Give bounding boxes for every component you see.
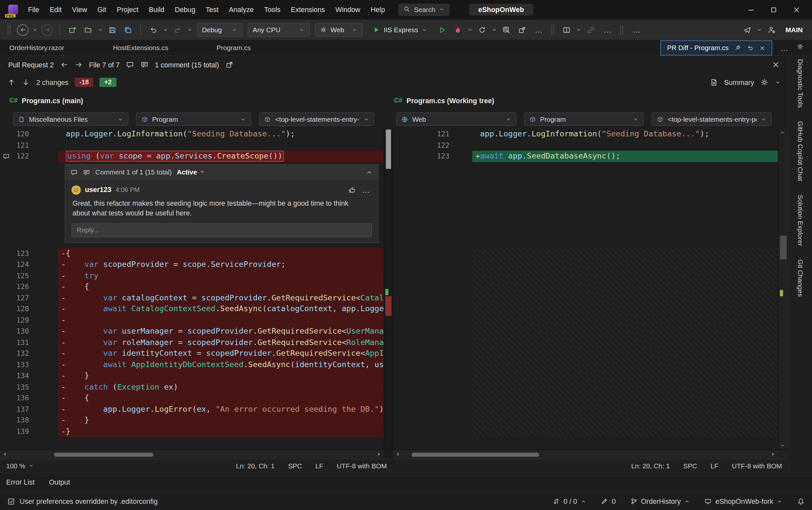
- next-comment-button[interactable]: [140, 60, 148, 69]
- menu-build[interactable]: Build: [144, 0, 170, 19]
- right-vertical-scrollbar[interactable]: [778, 129, 788, 450]
- indent-mode[interactable]: SPC: [288, 462, 302, 470]
- code-line[interactable]: 132- var identityContext = scopedProvide…: [0, 348, 384, 359]
- solution-platforms-dropdown[interactable]: Any CPU: [248, 23, 310, 36]
- scrollbar-thumb[interactable]: [54, 453, 153, 457]
- scroll-right-arrow-icon[interactable]: [770, 450, 777, 458]
- previous-change-button[interactable]: [7, 78, 15, 86]
- diff-pane-original[interactable]: 120app.Logger.LogInformation("Seeding Da…: [0, 129, 384, 450]
- current-repository-button[interactable]: eShopOnWeb-fork: [705, 497, 783, 505]
- scroll-down-arrow-icon[interactable]: [779, 442, 786, 449]
- diff-settings-gear-icon[interactable]: [760, 78, 768, 86]
- scrollbar-thumb[interactable]: [780, 236, 787, 259]
- code-line[interactable]: 138- }: [0, 415, 384, 426]
- code-text[interactable]: - await AppIdentityDbContextSeed.SeedAsy…: [58, 359, 384, 370]
- code-line[interactable]: 127- var catalogContext = scopedProvider…: [0, 292, 384, 303]
- code-text[interactable]: [58, 140, 384, 151]
- code-text[interactable]: -}: [58, 426, 384, 437]
- code-line[interactable]: 121app.Logger.LogInformation("Seeding Da…: [393, 129, 778, 140]
- code-line[interactable]: 122: [393, 140, 778, 151]
- code-line[interactable]: 121: [0, 140, 384, 151]
- close-tab-icon[interactable]: [759, 45, 765, 51]
- eol-mode[interactable]: LF: [315, 462, 323, 470]
- navigate-backward-button[interactable]: [17, 24, 29, 35]
- restart-application-button[interactable]: [476, 23, 489, 36]
- nav-dropdown-top-level-statements-entry-point[interactable]: <top-level-statements-entry-point>: [259, 112, 374, 125]
- code-line[interactable]: 131- var roleManager = scopedProvider.Ge…: [0, 337, 384, 348]
- save-all-button[interactable]: [121, 23, 135, 36]
- account-settings-button[interactable]: [765, 23, 778, 36]
- split-editor-menu[interactable]: [576, 27, 583, 33]
- pending-changes-button[interactable]: 0: [601, 497, 616, 505]
- tab-hostextensions-cs[interactable]: HostExtensions.cs: [104, 40, 207, 56]
- menu-tools[interactable]: Tools: [259, 0, 286, 19]
- close-button[interactable]: [785, 0, 808, 19]
- pin-tab-icon[interactable]: [734, 45, 741, 51]
- undo-button[interactable]: [146, 23, 160, 36]
- diff-options-chevron-icon[interactable]: [775, 79, 781, 85]
- code-text[interactable]: - var roleManager = scopedProvider.GetRe…: [58, 337, 384, 348]
- editor-settings-gear-icon[interactable]: [796, 43, 804, 52]
- rail-solution-explorer[interactable]: Solution Explorer: [796, 195, 804, 246]
- comment-more-button[interactable]: …: [360, 186, 372, 194]
- menu-project[interactable]: Project: [112, 0, 144, 19]
- caret-position[interactable]: Ln: 20, Ch: 1: [236, 462, 274, 470]
- code-text[interactable]: using (var scope = app.Services.CreateSc…: [58, 151, 384, 162]
- rail-github-copilot-chat[interactable]: GitHub Copilot Chat: [796, 121, 804, 181]
- scrollbar-thumb[interactable]: [386, 130, 391, 169]
- close-pr-diff-button[interactable]: [772, 60, 780, 69]
- code-text[interactable]: - {: [58, 393, 384, 403]
- start-without-debugging-button[interactable]: [436, 23, 449, 36]
- code-line[interactable]: 128- await CatalogContextSeed.SeedAsync(…: [0, 303, 384, 314]
- rail-git-changes[interactable]: Git Changes: [796, 259, 804, 297]
- add-new-project-button[interactable]: [66, 23, 79, 36]
- open-file-button[interactable]: [225, 60, 233, 69]
- left-vertical-scrollbar[interactable]: [384, 129, 393, 450]
- next-change-button[interactable]: [22, 78, 30, 86]
- live-share-button[interactable]: [584, 23, 598, 36]
- code-text[interactable]: -: [58, 315, 384, 326]
- code-line[interactable]: 123-{: [0, 248, 384, 259]
- code-line[interactable]: 124- var scopedProvider = scope.ServiceP…: [0, 259, 384, 270]
- code-text[interactable]: - await CatalogContextSeed.SeedAsync(cat…: [58, 303, 384, 314]
- comment-anchor-icon[interactable]: [0, 153, 12, 160]
- menu-debug[interactable]: Debug: [170, 0, 201, 19]
- undo-menu[interactable]: [162, 27, 169, 33]
- menu-extensions[interactable]: Extensions: [286, 0, 330, 19]
- encoding[interactable]: UTF-8 with BOM: [337, 462, 387, 470]
- code-line[interactable]: 139-}: [0, 426, 384, 437]
- code-text[interactable]: - catch (Exception ex): [58, 381, 384, 393]
- code-line[interactable]: 137- app.Logger.LogError(ex, "An error o…: [0, 403, 384, 415]
- code-text[interactable]: -{: [58, 248, 384, 259]
- open-folder-button[interactable]: [81, 23, 95, 36]
- send-feedback-button[interactable]: [741, 23, 754, 36]
- tab-orderhistory-razor[interactable]: OrderHistory.razor: [0, 40, 104, 56]
- summary-button[interactable]: Summary: [724, 79, 754, 86]
- scroll-up-arrow-icon[interactable]: [779, 130, 786, 136]
- menu-edit[interactable]: Edit: [44, 0, 67, 19]
- code-text[interactable]: - }: [58, 415, 384, 426]
- menu-help[interactable]: Help: [366, 0, 390, 19]
- code-line[interactable]: 125- try: [0, 270, 384, 281]
- scroll-left-arrow-icon[interactable]: [394, 450, 401, 458]
- maximize-button[interactable]: [762, 0, 785, 19]
- code-line[interactable]: 120app.Logger.LogInformation("Seeding Da…: [0, 129, 384, 140]
- code-text[interactable]: - var catalogContext = scopedProvider.Ge…: [58, 292, 384, 303]
- tab-program-cs[interactable]: Program.cs: [207, 40, 311, 56]
- feedback-menu[interactable]: [756, 27, 763, 33]
- encoding[interactable]: UTF-8 with BOM: [732, 462, 782, 470]
- code-text[interactable]: app.Logger.LogInformation("Seeding Datab…: [58, 129, 384, 140]
- hot-reload-button[interactable]: [452, 23, 465, 36]
- diff-pane-modified[interactable]: 121app.Logger.LogInformation("Seeding Da…: [393, 129, 778, 450]
- nav-dropdown-program[interactable]: Program: [136, 112, 251, 125]
- navigate-backward-menu[interactable]: [32, 27, 38, 33]
- scrollbar-thumb[interactable]: [412, 453, 539, 457]
- nav-dropdown-miscellaneous-files[interactable]: Miscellaneous Files: [13, 112, 128, 125]
- code-text[interactable]: [472, 140, 778, 151]
- comment-status-dropdown[interactable]: Active: [177, 168, 205, 176]
- menu-test[interactable]: Test: [201, 0, 224, 19]
- indent-mode[interactable]: SPC: [683, 462, 697, 470]
- code-line[interactable]: 129-: [0, 315, 384, 326]
- startup-projects-dropdown[interactable]: Web: [315, 23, 362, 36]
- toolbar-overflow-button-2[interactable]: …: [600, 25, 615, 34]
